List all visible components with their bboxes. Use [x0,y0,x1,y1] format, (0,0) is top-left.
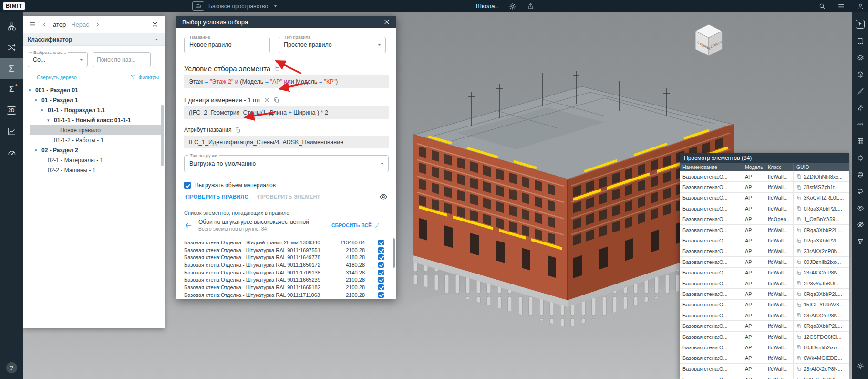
copy-icon[interactable] [796,249,802,254]
panel-menu-icon[interactable] [29,21,36,28]
tree-item[interactable]: ▾001 - Раздел 01 [23,85,165,95]
element-checkbox[interactable] [378,262,384,268]
tree-item[interactable]: 02-2 - Машины - 1 [23,165,165,175]
column-header-guid[interactable]: GUID [794,163,849,171]
chevron-down-icon[interactable] [154,36,160,42]
copy-icon[interactable] [796,259,802,264]
elements-table-row[interactable]: Базовая стена:О...АРIfcOpen...1_OaBnYA59… [680,214,849,225]
check-rule-button[interactable]: ·ПРОВЕРИТЬ ПРАВИЛО [184,194,248,200]
tree-item[interactable]: ▾01 - Раздел 1 [23,95,165,105]
2d-view-icon[interactable]: 2D [0,100,23,121]
expand-arrow-icon[interactable]: ▾ [41,108,48,113]
elements-table-row[interactable]: Базовая стена:О...АРIfcWall...2P3vYvJIr6… [680,374,849,379]
expand-arrow-icon[interactable]: ▾ [35,148,41,153]
reset-all-button[interactable]: СБРОСИТЬ ВСЁ [331,222,380,229]
show-eye-icon[interactable] [852,200,868,216]
elements-table-row[interactable]: Базовая стена:О...АРIfcWall...2ZDtOhNhf8… [680,171,849,182]
close-dialog-icon[interactable] [383,18,391,26]
copy-icon[interactable] [796,377,802,379]
elements-table-row[interactable]: Базовая стена:О...АРIfcWall...3KoCyHZRL0… [680,193,849,203]
chevron-down-icon[interactable] [272,3,279,9]
gear-icon[interactable] [264,97,270,103]
copy-icon[interactable] [796,206,802,211]
3d-cube-icon[interactable] [852,66,868,83]
copy-icon[interactable] [796,174,802,179]
minimize-button[interactable] [839,155,845,161]
settings-gear-icon[interactable] [852,358,868,374]
layers-icon[interactable] [852,49,868,66]
element-checkbox[interactable] [378,292,384,298]
column-header-model[interactable]: Модель [742,163,765,171]
column-header-name[interactable]: Наименование [680,163,742,171]
elements-table-row[interactable]: Базовая стена:О...АРIfcWall...0Rqa3XbbP2… [680,203,849,214]
walk-mode-icon[interactable] [852,99,868,116]
elements-table-row[interactable]: Базовая стена:О...АРIfcWall...0Wk4MGiEDD… [680,353,849,364]
attribute-expression[interactable]: IFC_1_Идентификация_Стены/4. ADSK_Наимен… [184,136,389,148]
copy-icon[interactable] [796,291,802,296]
elements-table-row[interactable]: Базовая стена:О...АРIfcWall...00JDsnIib2… [680,257,849,267]
condition-expression[interactable]: Этаж = "Этаж 2" и (Модель = "АР" или Мод… [184,75,389,88]
elements-table-row[interactable]: Базовая стена:О...АРIfcWall...12CSFDO6fC… [680,332,849,342]
chevron-down-icon[interactable] [376,42,382,48]
back-arrow-icon[interactable] [184,221,193,230]
tabs-scroll-left-icon[interactable] [41,21,48,28]
collapse-tree-button[interactable]: Свернуть дерево [29,74,77,80]
elements-table-row[interactable]: Базовая стена:О...АРIfcWall...23rAKX2oP8… [680,310,849,321]
element-checkbox[interactable] [378,284,384,290]
copy-icon[interactable] [273,97,279,103]
section-plane-icon[interactable] [852,116,868,133]
column-header-class[interactable]: Класс [765,163,794,171]
user-account-icon[interactable] [857,2,864,10]
unit-expression[interactable]: (IFC_2_Геометрия_Стены/1. Длина + Ширина… [184,106,389,119]
copy-icon[interactable] [796,356,802,361]
copy-icon[interactable] [796,217,802,222]
tabs-scroll-right-icon[interactable] [94,21,101,28]
check-element-button[interactable]: ·ПРОВЕРИТЬ ЭЛЕМЕНТ [256,194,320,200]
elements-table-row[interactable]: Базовая стена:О...АРIfcWall...00JDsnIib2… [680,342,849,353]
copy-icon[interactable] [274,65,280,72]
orbit-sphere-icon[interactable] [852,166,868,183]
estimates-sigma-icon[interactable]: Σ [0,58,23,79]
elements-table-row[interactable]: Базовая стена:О...АРIfcWall...0Rqa3XbbP2… [680,225,849,235]
chevron-down-icon[interactable] [379,161,385,167]
copy-icon[interactable] [796,281,802,286]
lasso-select-icon[interactable] [852,183,868,200]
copy-icon[interactable] [796,195,802,200]
tree-item[interactable]: ▾01-1 - Подраздел 1.1 [23,105,165,115]
elements-table-row[interactable]: Базовая стена:О...АРIfcWall...38stMS7pb1… [680,182,849,192]
select-cursor-icon[interactable] [852,16,868,32]
copy-icon[interactable] [796,227,802,232]
class-select[interactable]: Выбрать клас... Со... [28,52,88,67]
copy-icon[interactable] [796,345,802,350]
copy-icon[interactable] [796,324,802,329]
elements-table-row[interactable]: Базовая стена:О...АРIfcWall...0Rqa3XbbP2… [680,321,849,331]
copy-icon[interactable] [796,302,802,307]
elements-table-row[interactable]: Базовая стена:О...АРIfcWall...23rAKX2oP8… [680,364,849,374]
hide-eye-off-icon[interactable] [852,216,868,233]
copy-icon[interactable] [796,238,802,243]
measure-ruler-icon[interactable] [852,83,868,99]
charts-icon[interactable] [0,121,23,142]
filter-funnel-icon[interactable] [852,233,868,250]
elements-table-row[interactable]: Базовая стена:О...АРIfcWall...0Rqa3XbbP2… [680,235,849,246]
elements-table-row[interactable]: Базовая стена:О...АРIfcWall...23rAKX2oP8… [680,246,849,257]
tree-item[interactable]: ▾01-1-1 - Новый класс 01-1-1 [23,115,165,125]
tree-item[interactable]: Новое правило [30,125,161,135]
element-checkbox[interactable] [378,254,384,260]
tree-item[interactable]: 01-1-2 - Работы - 1 [23,135,165,145]
scrollbar[interactable] [393,238,395,299]
briefcase-icon[interactable] [192,1,204,11]
export-type-select[interactable]: Тип выгрузки Выгрузка по умолчанию [184,155,389,172]
classifier-accordion[interactable]: Классификатор [23,33,165,46]
materials-volume-checkbox[interactable] [184,182,191,189]
expand-arrow-icon[interactable]: ▾ [29,88,35,93]
dashboard-gauge-icon[interactable] [0,142,23,163]
copy-icon[interactable] [796,366,802,371]
scrollbar-thumb[interactable] [161,105,164,166]
element-checkbox[interactable] [378,247,384,253]
add-estimate-sigma-plus-icon[interactable]: Σ+ [0,79,23,100]
box-select-icon[interactable] [852,32,868,49]
relations-icon[interactable] [0,37,23,58]
tab-classifier[interactable]: атор [53,21,66,28]
grid-icon[interactable] [852,133,868,149]
